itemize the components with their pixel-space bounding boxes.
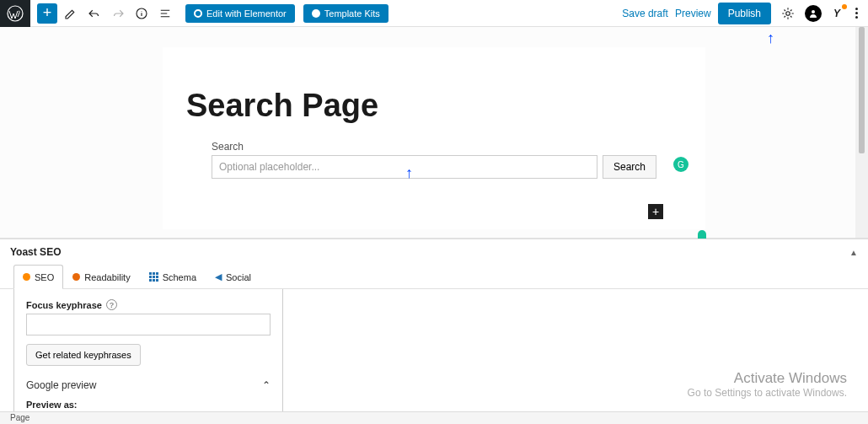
tab-label: Schema (163, 272, 196, 282)
grammarly-icon[interactable]: G (673, 157, 689, 172)
status-dot-icon (23, 273, 30, 281)
status-text: Page (10, 413, 29, 422)
tab-social[interactable]: ◀Social (206, 265, 260, 288)
watermark-subtitle: Go to Settings to activate Windows. (688, 387, 847, 399)
info-icon (134, 6, 149, 21)
tab-schema[interactable]: Schema (140, 265, 206, 288)
edit-with-elementor-button[interactable]: Edit with Elementor (185, 4, 295, 23)
pencil-icon (63, 6, 78, 21)
status-dot-icon (72, 273, 80, 281)
template-kits-button[interactable]: Template Kits (303, 4, 388, 23)
chevron-up-icon: ▲ (849, 248, 858, 257)
editor-topbar: + Edit with Elementor Template Kits Save… (0, 0, 868, 27)
page-content: Search Page Search Search G + (163, 47, 705, 229)
google-preview-toggle[interactable]: Google preview⌃ (26, 379, 271, 391)
toolbar-right: Save draft Preview Publish Y (622, 3, 861, 24)
edit-mode-button[interactable] (61, 3, 81, 24)
watermark-title: Activate Windows (688, 370, 847, 387)
bottom-status-bar: Page (0, 411, 868, 424)
add-block-button[interactable]: + (37, 3, 57, 24)
search-input[interactable] (212, 155, 597, 179)
svg-point-2 (786, 11, 790, 15)
undo-button[interactable] (84, 3, 104, 24)
google-preview-label: Google preview (26, 379, 96, 391)
scrollbar[interactable] (855, 27, 868, 239)
yoast-logo-icon: Y (833, 8, 840, 19)
yoast-icon-button[interactable]: Y (828, 5, 845, 22)
undo-icon (87, 6, 102, 21)
preview-as-label: Preview as: (26, 400, 271, 410)
grammarly-partial-icon (698, 230, 706, 239)
gear-icon (780, 6, 796, 21)
grid-icon (149, 272, 158, 282)
page-title[interactable]: Search Page (186, 88, 682, 124)
redo-icon (110, 6, 126, 21)
outline-button[interactable] (155, 3, 175, 24)
focus-keyphrase-input[interactable] (26, 314, 271, 335)
search-row: Search (212, 155, 656, 179)
search-button[interactable]: Search (603, 155, 656, 179)
status-dot-icon (842, 4, 847, 9)
list-icon (158, 6, 173, 21)
yoast-tab-content: Focus keyphrase? Get related keyphrases … (13, 289, 283, 424)
tab-label: Readability (84, 272, 130, 282)
tab-seo[interactable]: SEO (13, 265, 63, 289)
help-icon[interactable]: ? (106, 299, 117, 310)
svg-point-3 (812, 10, 815, 13)
tab-label: Social (226, 272, 251, 282)
wordpress-logo[interactable] (0, 0, 30, 27)
annotation-arrow-icon: ↑ (767, 30, 774, 47)
chevron-up-icon: ⌃ (262, 379, 271, 391)
get-related-keyphrases-button[interactable]: Get related keyphrases (26, 344, 141, 366)
annotation-arrow-icon: ↑ (405, 164, 413, 182)
yoast-tabs: SEO Readability Schema ◀Social (0, 265, 868, 289)
scrollbar-thumb[interactable] (859, 27, 865, 153)
publish-button[interactable]: Publish (718, 3, 771, 24)
envato-icon (312, 9, 320, 18)
add-block-inline-button[interactable]: + (648, 204, 663, 219)
focus-keyphrase-label: Focus keyphrase? (26, 299, 271, 310)
tab-readability[interactable]: Readability (63, 265, 139, 288)
user-icon (808, 8, 818, 19)
search-block[interactable]: Search Search (186, 141, 682, 179)
windows-watermark: Activate Windows Go to Settings to activ… (688, 370, 847, 399)
template-kits-label: Template Kits (324, 8, 380, 19)
search-field-label: Search (212, 141, 656, 153)
share-icon: ◀ (215, 271, 222, 282)
avatar[interactable] (805, 5, 822, 22)
more-options-button[interactable] (852, 4, 861, 22)
wordpress-icon (7, 5, 24, 22)
editor-canvas: Search Page Search Search G + (0, 27, 868, 239)
elementor-label: Edit with Elementor (206, 8, 287, 19)
tab-label: SEO (35, 272, 54, 282)
toolbar-left: + Edit with Elementor Template Kits (30, 3, 388, 24)
info-button[interactable] (131, 3, 152, 24)
preview-button[interactable]: Preview (675, 8, 711, 19)
elementor-icon (194, 9, 202, 18)
yoast-panel-header[interactable]: Yoast SEO ▲ (0, 239, 868, 265)
yoast-panel-title: Yoast SEO (10, 246, 61, 258)
settings-button[interactable] (778, 3, 798, 24)
redo-button[interactable] (108, 3, 128, 24)
save-draft-button[interactable]: Save draft (622, 8, 668, 19)
